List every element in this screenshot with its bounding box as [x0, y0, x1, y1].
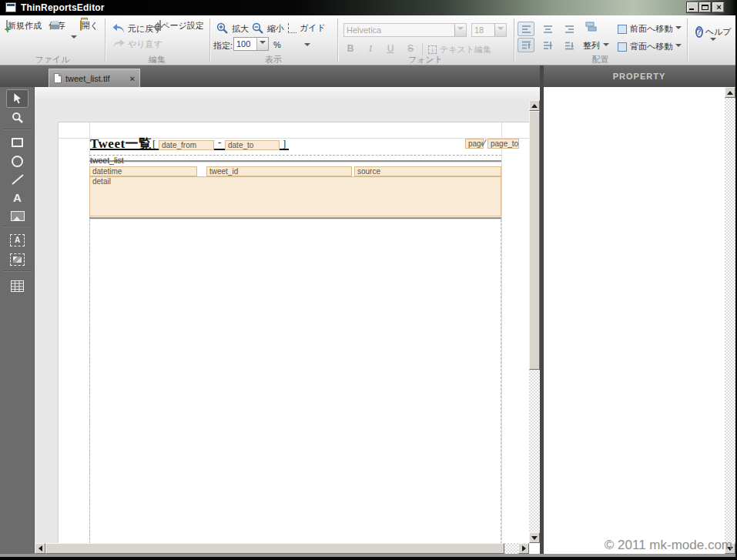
tab-close-icon[interactable]: × [130, 74, 135, 83]
report-page[interactable]: Tweet一覧 [ date_from - date_to ] page / p… [58, 122, 529, 543]
zoom-tool[interactable] [6, 109, 28, 127]
property-scroll-track[interactable] [725, 98, 735, 543]
align-bottom-button[interactable] [561, 38, 578, 52]
send-to-back-button[interactable]: 背面へ移動 [618, 41, 682, 52]
column-tweet-id[interactable]: tweet_id [206, 166, 352, 176]
font-family-value: Helvetica [344, 25, 454, 35]
scroll-up-button[interactable] [529, 100, 540, 111]
line-tool[interactable] [6, 170, 28, 189]
toolbar-divider [687, 18, 688, 62]
guide-button[interactable]: ガイド [288, 22, 326, 34]
page-setup-button[interactable]: ページ設定 [158, 20, 206, 32]
save-menu-caret[interactable] [71, 35, 77, 42]
zoom-spec-label: 指定: [213, 40, 233, 52]
help-label: ヘルプ [705, 26, 732, 38]
list-bottom-border [89, 217, 501, 220]
hscroll-thumb[interactable] [45, 543, 504, 554]
help-button[interactable]: ? ヘルプ [692, 22, 735, 47]
property-panel: © 2011 mk-mode.com [544, 87, 735, 554]
property-scrollbar[interactable] [725, 87, 735, 554]
zoom-in-label: 拡大 [232, 23, 249, 35]
canvas-gradient [35, 87, 540, 101]
font-family-arrow[interactable] [454, 24, 466, 36]
list-top-border [89, 160, 501, 163]
page-setup-label: ページ設定 [161, 21, 204, 30]
zoom-out-button[interactable]: 縮小 [252, 22, 284, 35]
window-title: ThinReportsEditor [21, 2, 105, 13]
redo-button[interactable]: やり直す [112, 39, 162, 50]
canvas-horizontal-scrollbar[interactable] [35, 543, 529, 554]
align-center-button[interactable] [539, 22, 556, 36]
ellipse-tool[interactable] [6, 152, 28, 170]
gear-icon [153, 22, 162, 32]
property-scroll-up-button[interactable] [725, 87, 735, 98]
column-source[interactable]: source [354, 166, 501, 176]
bring-to-front-button[interactable]: 前面へ移動 [618, 23, 682, 35]
field-detail[interactable]: detail [89, 176, 501, 216]
close-button[interactable]: × [712, 2, 724, 12]
right-margin-guide [501, 122, 502, 543]
guide-icon [288, 23, 296, 33]
tab-tweet-list[interactable]: tweet_list.tlf × [49, 69, 140, 87]
vscroll-thumb[interactable] [529, 111, 540, 370]
rectangle-tool[interactable] [6, 133, 28, 152]
canvas-vertical-scrollbar[interactable] [529, 100, 540, 543]
list-tool[interactable] [6, 277, 28, 295]
field-page[interactable]: page [465, 139, 484, 149]
property-panel-header: PROPERTY [541, 65, 737, 87]
send-to-back-caret[interactable] [675, 44, 682, 50]
guide-menu-caret[interactable] [304, 43, 310, 49]
zoom-in-button[interactable]: 拡大 [216, 22, 249, 35]
font-size-arrow[interactable] [494, 24, 506, 36]
bold-button[interactable]: B [343, 42, 357, 55]
title-bar: ThinReportsEditor × [0, 0, 737, 15]
right-arrow-icon [522, 545, 529, 552]
maximize-button[interactable] [699, 2, 711, 12]
zoom-out-icon [252, 22, 264, 35]
text-tool[interactable]: A [6, 188, 28, 206]
window-frame [0, 557, 737, 560]
scrollbar-corner [529, 543, 540, 554]
design-canvas[interactable]: Tweet一覧 [ date_from - date_to ] page / p… [35, 87, 540, 557]
strikethrough-button[interactable]: S [404, 42, 417, 55]
text-block-tool[interactable]: A [6, 231, 28, 250]
scroll-right-button[interactable] [518, 543, 529, 554]
list-grid-icon [11, 280, 24, 292]
image-tool[interactable] [6, 206, 28, 225]
align-left-button[interactable] [518, 22, 534, 36]
image-block-tool[interactable] [6, 250, 28, 269]
percent-label: % [273, 40, 281, 49]
app-window: ThinReportsEditor × + 新規作成 保存 開く ファイル 元に… [0, 0, 737, 560]
scroll-down-button[interactable] [529, 532, 540, 543]
field-date-to[interactable]: date_to [225, 140, 280, 150]
font-family-combo[interactable]: Helvetica [343, 23, 467, 37]
magnifier-icon [12, 112, 24, 124]
field-page-to[interactable]: page_to [487, 139, 519, 149]
scroll-left-button[interactable] [35, 543, 45, 554]
font-size-combo[interactable]: 18 [471, 23, 507, 37]
open-button[interactable]: 開く [75, 20, 103, 32]
italic-button[interactable]: I [363, 42, 377, 55]
new-file-button[interactable]: + 新規作成 [3, 20, 45, 32]
zoom-combo-arrow[interactable] [256, 38, 268, 50]
underline-button[interactable]: U [384, 42, 397, 55]
align-middle-button[interactable] [539, 38, 556, 52]
field-date-from[interactable]: date_from [159, 140, 214, 150]
zoom-value: 100 [234, 39, 256, 49]
list-name-label[interactable]: tweet_list [90, 156, 124, 165]
font-group-label: フォント [337, 54, 514, 65]
minimize-button[interactable] [687, 2, 698, 12]
align-right-button[interactable] [561, 22, 578, 36]
align-menu-label: 整列 [583, 40, 600, 52]
rectangle-icon [12, 138, 23, 147]
undo-icon [112, 24, 125, 34]
save-button[interactable]: 保存 [44, 20, 70, 32]
zoom-value-combo[interactable]: 100 [233, 37, 269, 51]
column-datetime[interactable]: datetime [89, 166, 197, 176]
align-top-button[interactable] [518, 38, 534, 52]
align-menu-button[interactable]: 整列 [583, 40, 609, 52]
bring-to-front-caret[interactable] [675, 26, 682, 32]
select-tool[interactable] [6, 89, 28, 108]
tool-divider [3, 226, 32, 226]
view-group-label: 表示 [209, 54, 337, 65]
